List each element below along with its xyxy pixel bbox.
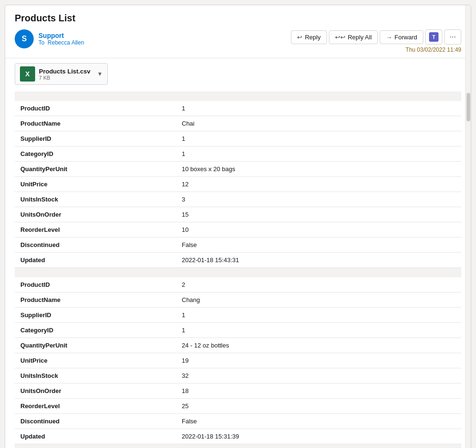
field-key: UnitsInStock bbox=[15, 368, 176, 383]
field-value: 2 bbox=[176, 277, 461, 293]
email-header: Products List S Support To Rebecca Allen… bbox=[5, 5, 471, 58]
email-body: ProductID1ProductNameChaiSupplierID1Cate… bbox=[5, 91, 471, 448]
reply-all-icon: ↩↩ bbox=[335, 34, 345, 41]
table-row: DiscontinuedFalse bbox=[15, 413, 461, 429]
field-value: 24 - 12 oz bottles bbox=[176, 338, 461, 353]
attachment[interactable]: X Products List.csv 7 KB ▼ bbox=[15, 63, 108, 85]
table-row: QuantityPerUnit24 - 12 oz bottles bbox=[15, 338, 461, 353]
scrollbar[interactable] bbox=[465, 5, 471, 448]
field-value: 1 bbox=[176, 322, 461, 338]
table-row: CategoryID1 bbox=[15, 322, 461, 338]
attachment-size: 7 KB bbox=[39, 75, 90, 81]
field-key: ReorderLevel bbox=[15, 398, 176, 413]
field-value: 10 bbox=[176, 222, 461, 238]
field-key: ProductID bbox=[15, 101, 176, 116]
table-row: UnitPrice12 bbox=[15, 177, 461, 192]
field-key: ProductID bbox=[15, 277, 176, 293]
field-value: 10 boxes x 20 bags bbox=[176, 162, 461, 177]
products-table: ProductID1ProductNameChaiSupplierID1Cate… bbox=[15, 91, 461, 448]
teams-icon: T bbox=[429, 32, 439, 42]
sender-to: To Rebecca Allen bbox=[38, 39, 84, 46]
attachment-name: Products List.csv bbox=[39, 68, 90, 75]
table-row: ReorderLevel10 bbox=[15, 222, 461, 238]
email-title: Products List bbox=[15, 13, 461, 24]
table-row: ProductID2 bbox=[15, 277, 461, 293]
field-key: CategoryID bbox=[15, 322, 176, 338]
field-value: 25 bbox=[176, 398, 461, 413]
field-value: False bbox=[176, 238, 461, 253]
field-key: Updated bbox=[15, 253, 176, 268]
table-row: CategoryID1 bbox=[15, 146, 461, 162]
sender-info: S Support To Rebecca Allen bbox=[15, 29, 84, 48]
field-key: ProductName bbox=[15, 292, 176, 307]
sender-details: Support To Rebecca Allen bbox=[38, 32, 84, 46]
sender-name: Support bbox=[38, 32, 84, 39]
table-row: SupplierID1 bbox=[15, 307, 461, 322]
field-value: 3 bbox=[176, 192, 461, 207]
table-row: ProductNameChai bbox=[15, 116, 461, 131]
field-key: QuantityPerUnit bbox=[15, 162, 176, 177]
field-key: UnitPrice bbox=[15, 177, 176, 192]
email-container: Products List S Support To Rebecca Allen… bbox=[5, 5, 471, 448]
more-options-button[interactable]: ··· bbox=[444, 29, 461, 45]
table-row: ProductNameChang bbox=[15, 292, 461, 307]
field-key: UnitPrice bbox=[15, 353, 176, 368]
field-key: Discontinued bbox=[15, 238, 176, 253]
field-key: Updated bbox=[15, 429, 176, 444]
toolbar-area: ↩ Reply ↩↩ Reply All → Forward T bbox=[291, 29, 461, 53]
table-row: QuantityPerUnit10 boxes x 20 bags bbox=[15, 162, 461, 177]
field-value: 19 bbox=[176, 353, 461, 368]
field-key: CategoryID bbox=[15, 146, 176, 162]
table-row: Updated2022-01-18 15:43:31 bbox=[15, 253, 461, 268]
toolbar: ↩ Reply ↩↩ Reply All → Forward T bbox=[291, 29, 461, 45]
table-row: ProductID1 bbox=[15, 101, 461, 116]
field-value: 1 bbox=[176, 307, 461, 322]
reply-icon: ↩ bbox=[297, 34, 302, 41]
recipient-name: Rebecca Allen bbox=[47, 39, 84, 46]
field-key: SupplierID bbox=[15, 131, 176, 146]
table-row: Updated2022-01-18 15:31:39 bbox=[15, 429, 461, 444]
field-key: UnitsOnOrder bbox=[15, 383, 176, 398]
more-icon: ··· bbox=[449, 33, 456, 41]
field-value: 15 bbox=[176, 207, 461, 222]
scrollbar-thumb[interactable] bbox=[467, 93, 470, 121]
field-key: UnitsInStock bbox=[15, 192, 176, 207]
product-separator bbox=[15, 268, 461, 277]
reply-all-label: Reply All bbox=[348, 34, 372, 41]
table-row: ReorderLevel25 bbox=[15, 398, 461, 413]
field-value: 1 bbox=[176, 131, 461, 146]
reply-label: Reply bbox=[305, 34, 320, 41]
product-separator bbox=[15, 91, 461, 101]
field-value: 1 bbox=[176, 146, 461, 162]
teams-button[interactable]: T bbox=[425, 29, 442, 45]
field-value: 32 bbox=[176, 368, 461, 383]
field-value: Chang bbox=[176, 292, 461, 307]
field-value: 2022-01-18 15:43:31 bbox=[176, 253, 461, 268]
field-value: 18 bbox=[176, 383, 461, 398]
product-separator bbox=[15, 444, 461, 448]
table-row: UnitsOnOrder18 bbox=[15, 383, 461, 398]
field-key: QuantityPerUnit bbox=[15, 338, 176, 353]
field-value: 12 bbox=[176, 177, 461, 192]
table-row: UnitsOnOrder15 bbox=[15, 207, 461, 222]
reply-all-button[interactable]: ↩↩ Reply All bbox=[329, 30, 378, 44]
field-key: Discontinued bbox=[15, 413, 176, 429]
forward-button[interactable]: → Forward bbox=[380, 30, 423, 44]
reply-button[interactable]: ↩ Reply bbox=[291, 30, 327, 44]
field-value: 2022-01-18 15:31:39 bbox=[176, 429, 461, 444]
forward-label: Forward bbox=[394, 34, 417, 41]
attachment-area: X Products List.csv 7 KB ▼ bbox=[5, 58, 471, 91]
attachment-details: Products List.csv 7 KB bbox=[39, 68, 90, 81]
field-value: False bbox=[176, 413, 461, 429]
table-row: UnitPrice19 bbox=[15, 353, 461, 368]
attachment-chevron-icon: ▼ bbox=[97, 71, 103, 77]
email-meta-row: S Support To Rebecca Allen ↩ Reply bbox=[15, 29, 461, 53]
field-key: SupplierID bbox=[15, 307, 176, 322]
table-row: DiscontinuedFalse bbox=[15, 238, 461, 253]
email-timestamp: Thu 03/02/2022 11:49 bbox=[406, 46, 461, 53]
field-key: ReorderLevel bbox=[15, 222, 176, 238]
avatar: S bbox=[15, 29, 34, 48]
forward-icon: → bbox=[386, 34, 392, 41]
table-row: UnitsInStock3 bbox=[15, 192, 461, 207]
field-key: ProductName bbox=[15, 116, 176, 131]
